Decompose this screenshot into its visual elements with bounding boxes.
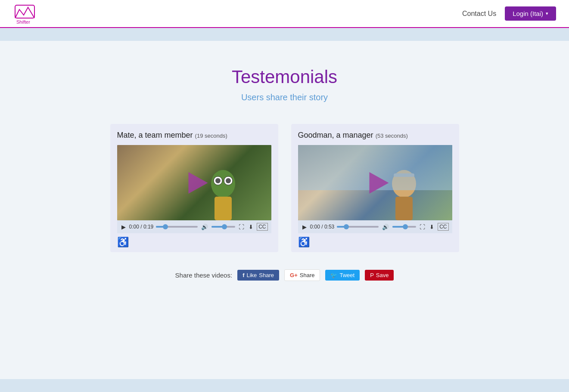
login-caret: ▾ [546,11,548,16]
video-player-2[interactable] [298,145,452,220]
login-button[interactable]: Login (Itai) ▾ [505,6,556,21]
download-button-2[interactable]: ⬇ [429,224,435,230]
video-title-1: Mate, a team member (19 seconds) [117,131,271,140]
login-label: Login (Itai) [513,10,543,17]
main-content: Testemonials Users share their story Mat… [0,41,569,307]
progress-bar-1[interactable] [156,226,198,228]
logo-area: Shifter [13,3,37,25]
video-title-2: Goodman, a manager (53 seconds) [298,131,452,140]
video-player-1[interactable] [117,145,271,220]
pinterest-label: Save [376,272,389,278]
mute-button-2[interactable]: 🔊 [381,224,390,230]
accessibility-icon-2: ♿ [298,237,452,248]
share-label: Share these videos: [175,272,233,279]
fullscreen-button-2[interactable]: ⛶ [419,224,426,230]
videos-row: Mate, a team member (19 seconds) [110,124,459,252]
page-subtitle: Users share their story [241,93,328,102]
header-nav: Contact Us Login (Itai) ▾ [462,6,556,21]
facebook-like-button[interactable]: f Like Share [237,270,279,281]
video-controls-2: ▶ 0:00 / 0:53 🔊 ⛶ ⬇ CC [298,220,452,233]
shifter-logo: Shifter [13,3,37,25]
puppet-1-svg [206,169,240,220]
svg-point-6 [226,178,231,183]
video-card-1: Mate, a team member (19 seconds) [110,124,278,252]
twitter-icon: 🐦 [330,272,337,278]
contact-us-link[interactable]: Contact Us [462,10,496,18]
page-title: Testemonials [232,67,337,87]
facebook-icon: f [243,272,244,278]
volume-bar-2[interactable] [392,226,416,228]
twitter-button[interactable]: 🐦 Tweet [325,270,360,281]
play-pause-button-1[interactable]: ▶ [121,224,127,230]
facebook-like-label: Like [246,272,257,278]
progress-bar-2[interactable] [337,226,379,228]
googleplus-icon: G+ [290,272,298,278]
accessibility-icon-1: ♿ [117,237,271,248]
twitter-label: Tweet [339,272,354,278]
mute-button-1[interactable]: 🔊 [200,224,209,230]
footer-bar [0,379,569,392]
play-pause-button-2[interactable]: ▶ [302,224,308,230]
download-button-1[interactable]: ⬇ [248,224,254,230]
video-duration-2: (53 seconds) [376,133,408,139]
pinterest-button[interactable]: P Save [365,270,394,281]
captions-button-1[interactable]: CC [257,223,267,231]
time-display-1: 0:00 / 0:19 [129,224,154,230]
sub-header-bar [0,28,569,41]
gplus-label: Share [300,272,315,278]
facebook-share-label: Share [259,272,274,278]
time-display-2: 0:00 / 0:53 [310,224,335,230]
captions-button-2[interactable]: CC [438,223,448,231]
googleplus-button[interactable]: G+ Share [284,269,320,281]
svg-text:Shifter: Shifter [16,19,30,25]
share-row: Share these videos: f Like Share G+ Shar… [175,269,394,281]
play-button-2[interactable] [369,172,389,194]
svg-rect-7 [215,197,232,220]
video-card-2: Goodman, a manager (53 seconds) [291,124,459,252]
video-controls-1: ▶ 0:00 / 0:19 🔊 ⛶ ⬇ CC [117,220,271,233]
fullscreen-button-1[interactable]: ⛶ [238,224,245,230]
volume-bar-1[interactable] [211,226,235,228]
header: Shifter Contact Us Login (Itai) ▾ [0,0,569,28]
pinterest-icon: P [370,272,374,278]
video-duration-1: (19 seconds) [195,133,227,139]
svg-rect-10 [395,197,413,220]
play-button-1[interactable] [188,172,208,194]
svg-point-5 [215,178,221,183]
